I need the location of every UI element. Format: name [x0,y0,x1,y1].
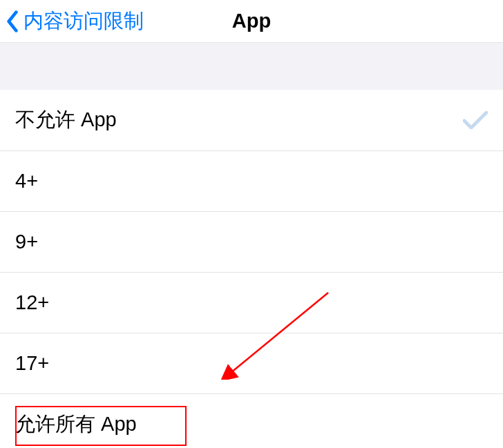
back-label: 内容访问限制 [23,8,144,35]
option-label: 不允许 App [15,106,117,134]
options-list: 不允许 App 4+ 9+ 12+ 17+ 允许所有 App [0,90,503,448]
option-disallow-apps[interactable]: 不允许 App [0,90,503,151]
checkmark-icon [463,111,488,129]
option-label: 17+ [15,352,49,375]
option-12plus[interactable]: 12+ [0,273,503,333]
option-4plus[interactable]: 4+ [0,151,503,212]
section-spacer [0,43,503,90]
option-label: 4+ [15,170,38,193]
chevron-left-icon [6,10,19,32]
option-17plus[interactable]: 17+ [0,333,503,394]
option-label: 12+ [15,291,49,314]
option-allow-all-apps[interactable]: 允许所有 App [0,394,503,448]
back-button[interactable]: 内容访问限制 [0,8,144,35]
option-label: 9+ [15,231,38,253]
option-9plus[interactable]: 9+ [0,212,503,273]
nav-header: 内容访问限制 App [0,0,503,43]
page-title: App [232,10,271,32]
option-label: 允许所有 App [15,411,137,438]
